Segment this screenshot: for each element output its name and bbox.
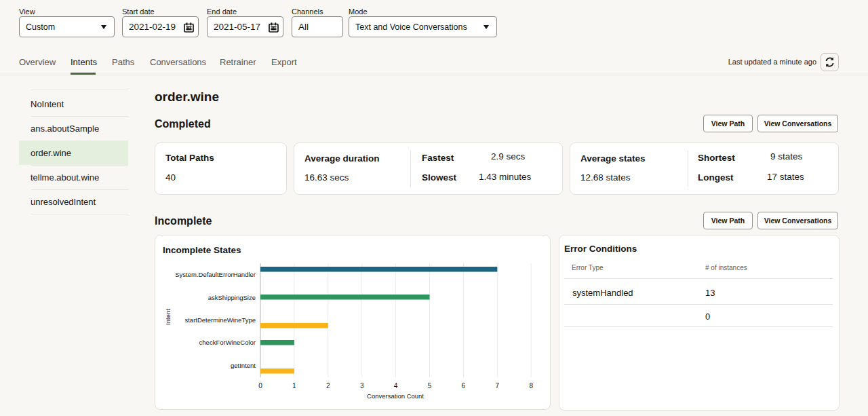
svg-text:System.DefaultErrorHandler: System.DefaultErrorHandler <box>175 271 256 278</box>
svg-text:5: 5 <box>428 382 432 390</box>
svg-text:6: 6 <box>462 382 466 390</box>
svg-text:8: 8 <box>529 382 533 390</box>
svg-text:4: 4 <box>394 382 398 390</box>
svg-text:askShippingSize: askShippingSize <box>208 294 256 301</box>
svg-text:Conversation Count: Conversation Count <box>367 392 424 400</box>
svg-text:3: 3 <box>360 382 364 390</box>
svg-text:Intent: Intent <box>164 309 172 325</box>
svg-text:2: 2 <box>326 382 330 390</box>
svg-text:getIntent: getIntent <box>231 362 256 369</box>
svg-text:0: 0 <box>258 382 262 390</box>
svg-text:checkForWineColor: checkForWineColor <box>199 339 256 346</box>
svg-text:7: 7 <box>496 382 500 390</box>
svg-text:1: 1 <box>292 382 296 390</box>
svg-text:startDetermineWineType: startDetermineWineType <box>184 316 256 324</box>
